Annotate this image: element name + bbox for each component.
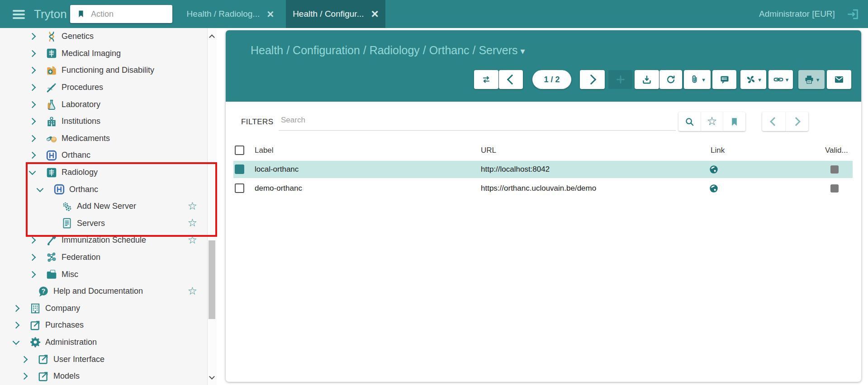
sidebar-item-models[interactable]: Models	[0, 368, 207, 385]
expander-right-icon[interactable]	[30, 34, 45, 39]
link-icon	[773, 74, 784, 85]
expander-right-icon[interactable]	[22, 374, 37, 379]
table-row[interactable]: demo-orthanc https://orthanc.uclouvain.b…	[233, 180, 853, 197]
globe-icon[interactable]	[709, 183, 719, 193]
sidebar-item-add-new-server[interactable]: Add New Server ☆	[0, 198, 207, 215]
expander-down-icon[interactable]	[30, 171, 45, 174]
sidebar-item-orthanc[interactable]: Orthanc	[0, 147, 207, 164]
scrollbar-thumb[interactable]	[209, 240, 215, 319]
expander-right-icon[interactable]	[30, 85, 45, 90]
scroll-up-icon[interactable]	[209, 34, 215, 40]
expander-right-icon[interactable]	[30, 255, 45, 260]
tab-health-configuration[interactable]: Health / Configur... ×	[286, 0, 385, 28]
action-search-box[interactable]	[70, 5, 172, 23]
sidebar-item-procedures[interactable]: Procedures	[0, 79, 207, 96]
bookmark-button[interactable]	[723, 112, 745, 131]
expander-right-icon[interactable]	[30, 153, 45, 158]
row-checkbox-checked[interactable]	[235, 164, 244, 174]
sidebar-item-label: Medicaments	[62, 134, 110, 143]
print-button[interactable]: ▾	[798, 70, 825, 89]
sidebar-item-user-interface[interactable]: User Interface	[0, 351, 207, 368]
action-input[interactable]	[90, 9, 164, 19]
expander-right-icon[interactable]	[30, 272, 45, 277]
star-icon[interactable]: ☆	[187, 286, 197, 296]
new-record-button[interactable]	[608, 70, 632, 89]
page-previous-button[interactable]	[762, 112, 786, 131]
breadcrumb[interactable]: Health / Configuration / Radiology / Ort…	[251, 44, 525, 57]
sidebar-item-purchases[interactable]: Purchases	[0, 317, 207, 334]
expander-right-icon[interactable]	[22, 357, 37, 362]
search-input[interactable]	[280, 115, 675, 125]
sidebar-item-label: Purchases	[45, 320, 84, 330]
sidebar-scrollbar[interactable]	[207, 28, 217, 385]
column-header-valid[interactable]: Valid...	[825, 146, 848, 155]
save-button[interactable]	[635, 70, 659, 89]
expander-right-icon[interactable]	[14, 323, 29, 328]
tryton-app: { "topbar": { "app_title": "Tryton", "ac…	[0, 0, 868, 385]
user-menu[interactable]: Administrator [EUR]	[759, 0, 835, 28]
tab-health-radiology[interactable]: Health / Radiolog... ×	[181, 0, 280, 28]
note-button[interactable]	[712, 70, 736, 89]
expander-right-icon[interactable]	[30, 238, 45, 243]
column-header-label[interactable]: Label	[255, 146, 274, 155]
star-icon[interactable]: ☆	[187, 235, 197, 245]
logout-icon[interactable]	[846, 7, 860, 21]
row-checkbox-unchecked[interactable]	[235, 183, 244, 193]
help-icon: ?	[37, 286, 50, 297]
refresh-button[interactable]	[659, 70, 682, 89]
sidebar-item-label: Servers	[77, 219, 105, 228]
table-row[interactable]: local-orthanc http://localhost:8042	[233, 161, 853, 178]
flask-icon	[45, 99, 58, 110]
action-button[interactable]: ▾	[740, 70, 766, 89]
sidebar-item-help-documentation[interactable]: ? Help and Documentation ☆	[0, 283, 207, 300]
expander-right-icon[interactable]	[30, 102, 45, 107]
expander-right-icon[interactable]	[30, 136, 45, 141]
sidebar-item-genetics[interactable]: Genetics	[0, 28, 207, 45]
sidebar-item-radiology-orthanc[interactable]: Orthanc	[0, 181, 207, 198]
sidebar-item-radiology[interactable]: Radiology	[0, 164, 207, 181]
cell-label: local-orthanc	[255, 165, 299, 174]
favorite-button[interactable]: ☆	[701, 112, 724, 131]
relate-button[interactable]: ▾	[768, 70, 793, 89]
expander-down-icon[interactable]	[38, 188, 53, 191]
sidebar-item-medicaments[interactable]: Medicaments	[0, 130, 207, 147]
close-icon[interactable]: ×	[267, 8, 274, 20]
sidebar-item-functioning-disability[interactable]: Functioning and Disability	[0, 62, 207, 79]
globe-icon[interactable]	[709, 164, 719, 174]
search-button[interactable]	[678, 112, 701, 131]
next-record-button[interactable]	[580, 70, 605, 89]
star-icon[interactable]: ☆	[187, 217, 197, 228]
column-header-url[interactable]: URL	[481, 146, 496, 155]
caret-down-icon: ▾	[702, 76, 705, 83]
sidebar-item-servers[interactable]: Servers ☆	[0, 215, 207, 232]
expander-right-icon[interactable]	[30, 119, 45, 124]
sidebar-item-medical-imaging[interactable]: Medical Imaging	[0, 45, 207, 62]
sidebar-item-federation[interactable]: Federation	[0, 249, 207, 266]
sidebar-item-immunization-schedule[interactable]: Immunization Schedule ☆	[0, 232, 207, 249]
gear-icon	[29, 336, 42, 348]
hamburger-menu-icon[interactable]	[13, 10, 25, 21]
expander-right-icon[interactable]	[14, 306, 29, 311]
column-header-link[interactable]: Link	[711, 146, 725, 155]
sidebar-item-administration[interactable]: Administration	[0, 334, 207, 351]
sidebar-item-label: Immunization Schedule	[62, 235, 146, 245]
select-all-checkbox[interactable]	[235, 146, 244, 155]
close-icon[interactable]: ×	[371, 8, 379, 20]
scroll-down-icon[interactable]	[209, 374, 215, 380]
sidebar-item-label: Procedures	[62, 83, 103, 92]
expander-down-icon[interactable]	[14, 341, 29, 344]
expander-right-icon[interactable]	[30, 68, 45, 73]
sidebar-item-misc[interactable]: Misc	[0, 266, 207, 283]
record-pager[interactable]: 1 / 2	[532, 70, 571, 89]
sidebar-item-laboratory[interactable]: Laboratory	[0, 96, 207, 113]
page-next-button[interactable]	[786, 112, 809, 131]
expander-right-icon[interactable]	[30, 51, 45, 56]
email-button[interactable]	[827, 70, 851, 89]
attachment-button[interactable]: ▾	[684, 70, 711, 89]
navigation-tree: Genetics Medical Imaging Functioning and…	[0, 28, 207, 385]
sidebar-item-company[interactable]: Company	[0, 300, 207, 317]
sidebar-item-institutions[interactable]: Institutions	[0, 113, 207, 130]
star-icon[interactable]: ☆	[187, 201, 197, 211]
previous-record-button[interactable]	[499, 70, 523, 89]
switch-view-button[interactable]	[474, 70, 498, 89]
